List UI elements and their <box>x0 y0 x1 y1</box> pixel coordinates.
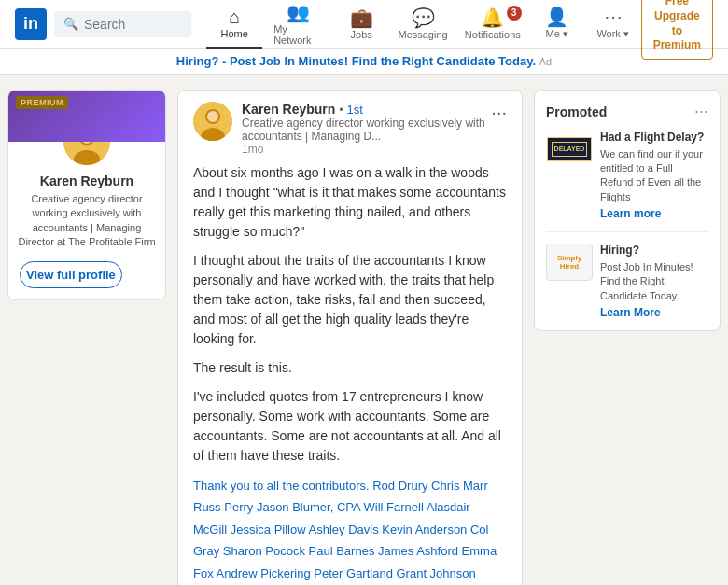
profile-name: Karen Reyburn <box>8 174 165 188</box>
nav-item-home[interactable]: ⌂ Home <box>206 0 262 49</box>
notifications-icon: 🔔 <box>481 8 504 27</box>
post-paragraph-3: The result is this. <box>193 358 507 378</box>
nav-item-work[interactable]: ⋯ Work ▾ <box>585 0 641 49</box>
top-nav: in 🔍 ⌂ Home 👥 My Network 💼 Jobs 💬 Messag… <box>0 0 728 49</box>
nav-item-me[interactable]: 👤 Me ▾ <box>529 0 585 49</box>
nav-jobs-label: Jobs <box>351 29 372 40</box>
post-options-button[interactable]: ··· <box>491 102 507 123</box>
ad-tag: Ad <box>539 56 552 67</box>
post-header: Karen Reyburn • 1st Creative agency dire… <box>178 91 522 163</box>
ad-hiring: SimplyHired Hiring? Post Job In Minutes!… <box>546 244 708 319</box>
ad-hiring-logo-wrap: SimplyHired <box>546 244 593 281</box>
ad-flight-body: We can find our if your entitled to a Fu… <box>600 147 708 205</box>
nav-item-my-network[interactable]: 👥 My Network <box>262 0 333 49</box>
home-icon: ⌂ <box>229 7 240 26</box>
promoted-card: Promoted ··· DELAYED Had a Flight Delay?… <box>534 90 721 331</box>
work-icon: ⋯ <box>604 7 623 26</box>
post-author-name: Karen Reyburn • 1st <box>242 102 491 117</box>
post-body: About six months ago I was on a walk in … <box>178 163 522 585</box>
ad-flight-content: Had a Flight Delay? We can find our if y… <box>600 131 708 220</box>
nav-me-label: Me ▾ <box>545 28 567 40</box>
nav-right: Free Upgrade to Premium <box>641 0 713 60</box>
hiring-banner-text: - Post Job In Minutes! Find the Right Ca… <box>218 54 536 68</box>
nav-messaging-label: Messaging <box>398 29 447 40</box>
nav-items: ⌂ Home 👥 My Network 💼 Jobs 💬 Messaging 🔔… <box>206 0 640 49</box>
left-sidebar: PREMIUM Karen Reyburn Creative agency di… <box>7 90 166 585</box>
ad-flight-banner: DELAYED <box>547 137 593 160</box>
post-author-info: Karen Reyburn • 1st Creative agency dire… <box>242 102 491 156</box>
premium-badge: PREMIUM <box>16 96 68 109</box>
right-sidebar: Promoted ··· DELAYED Had a Flight Delay?… <box>534 90 721 585</box>
nav-item-messaging[interactable]: 💬 Messaging <box>389 0 456 49</box>
feed: Karen Reyburn • 1st Creative agency dire… <box>177 90 523 585</box>
nav-network-label: My Network <box>273 23 322 46</box>
svg-point-7 <box>207 111 218 122</box>
post-author-avatar[interactable] <box>193 102 232 141</box>
notifications-badge: 3 <box>507 6 522 21</box>
post-paragraph-2: I thought about the traits of the accoun… <box>193 251 507 349</box>
view-profile-button[interactable]: View full profile <box>20 261 122 288</box>
post-time: 1mo <box>242 143 491 156</box>
post-card: Karen Reyburn • 1st Creative agency dire… <box>177 90 523 585</box>
profile-banner: PREMIUM <box>8 91 165 142</box>
profile-tagline: Creative agency director working exclusi… <box>8 192 165 261</box>
main-layout: PREMIUM Karen Reyburn Creative agency di… <box>0 75 728 585</box>
promoted-title: Promoted <box>546 104 607 119</box>
post-avatar-image <box>193 102 232 141</box>
hiring-banner-link[interactable]: Hiring? - Post Job In Minutes! Find the … <box>176 54 539 68</box>
search-icon: 🔍 <box>63 17 78 31</box>
network-icon: 👥 <box>287 3 310 21</box>
ad-flight-learn-more[interactable]: Learn more <box>600 207 708 220</box>
search-input[interactable] <box>84 17 182 32</box>
me-icon: 👤 <box>545 7 568 26</box>
nav-notifications-label: Notifications <box>465 29 521 40</box>
promoted-options-button[interactable]: ··· <box>694 102 708 121</box>
ad-flight-title: Had a Flight Delay? <box>600 131 708 146</box>
messaging-icon: 💬 <box>412 8 435 27</box>
nav-item-notifications[interactable]: 🔔 3 Notifications <box>456 0 529 49</box>
post-paragraph-4: I've included quotes from 17 entrepreneu… <box>193 387 507 466</box>
ad-hiring-body: Post Job In Minutes! Find the Right Cand… <box>600 260 708 303</box>
ad-flight-img: DELAYED <box>546 131 593 168</box>
hiring-banner: Hiring? - Post Job In Minutes! Find the … <box>0 49 728 75</box>
profile-card: PREMIUM Karen Reyburn Creative agency di… <box>7 90 166 300</box>
hiring-banner-bold: Hiring? <box>176 54 219 68</box>
simply-hired-logo: SimplyHired <box>557 254 581 272</box>
ad-hiring-img: SimplyHired <box>546 244 593 281</box>
nav-work-label: Work ▾ <box>596 28 629 40</box>
search-bar[interactable]: 🔍 <box>54 11 191 37</box>
premium-button[interactable]: Free Upgrade to Premium <box>641 0 713 60</box>
jobs-icon: 💼 <box>350 8 373 27</box>
post-paragraph-1: About six months ago I was on a walk in … <box>193 163 507 242</box>
ad-hiring-content: Hiring? Post Job In Minutes! Find the Ri… <box>600 244 708 319</box>
ad-flight-delay: DELAYED Had a Flight Delay? We can find … <box>546 131 708 232</box>
promoted-header: Promoted ··· <box>546 102 708 121</box>
post-author-tagline: Creative agency director working exclusi… <box>242 117 491 143</box>
nav-home-label: Home <box>221 28 248 39</box>
nav-item-jobs[interactable]: 💼 Jobs <box>333 0 389 49</box>
ad-hiring-title: Hiring? <box>600 244 708 258</box>
linkedin-logo[interactable]: in <box>15 8 47 40</box>
ad-hiring-learn-more[interactable]: Learn More <box>600 306 708 319</box>
post-contributors: Thank you to all the contributors. Rod D… <box>193 475 507 585</box>
